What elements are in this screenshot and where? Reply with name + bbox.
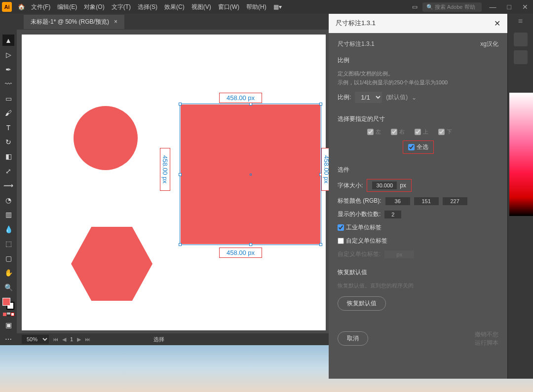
shape-builder-tool[interactable]: ◔ [2, 194, 14, 206]
chk-industrial[interactable]: 工业单位标签 [338, 223, 381, 232]
chevron-down-icon[interactable]: ⌄ [412, 94, 417, 101]
dialog-title: 尺寸标注1.3.1 [336, 19, 376, 28]
ratio-desc2: 示例，以1/4比例显示的250个单位显示为1000 [338, 78, 498, 87]
font-size-unit: px [400, 182, 406, 189]
footer-text1: 撤销不您 [383, 330, 498, 339]
menu-edit[interactable]: 编辑(E) [57, 3, 77, 11]
maximize-icon[interactable]: □ [504, 3, 514, 11]
edit-toolbar-icon[interactable]: ⋯ [2, 333, 14, 345]
dimension-label-top: 458.00 px [219, 93, 262, 103]
eyedropper-tool[interactable]: 💧 [2, 223, 14, 235]
chk-left[interactable]: 左 [367, 128, 381, 136]
fill-stroke-swatch[interactable] [2, 298, 14, 309]
handle[interactable] [319, 243, 322, 246]
ratio-label: 比例: [338, 93, 351, 102]
menu-window[interactable]: 窗口(W) [218, 3, 239, 11]
screen-mode-icon[interactable]: ▣ [2, 319, 14, 330]
toolbar: ▲ ▷ ✒ 〰 ▭ 🖌 T ↻ ◧ ⤢ ⟿ ◔ ▥ 💧 ⬚ ▢ ✋ 🔍 ▣ ⋯ [0, 30, 17, 345]
chk-all[interactable]: 全选 [408, 143, 428, 151]
workspace-switcher-icon[interactable]: ▦▾ [273, 3, 282, 10]
chk-right[interactable]: 右 [391, 128, 405, 136]
scale-tool[interactable]: ⤢ [2, 165, 14, 177]
rotate-tool[interactable]: ↻ [2, 136, 14, 147]
menu-file[interactable]: 文件(F) [31, 3, 50, 11]
paintbrush-tool[interactable]: 🖌 [2, 107, 14, 118]
close-icon[interactable]: ✕ [519, 3, 531, 11]
eraser-tool[interactable]: ◧ [2, 151, 14, 162]
home-icon[interactable]: 🏠 [18, 3, 25, 10]
color-g-input[interactable] [414, 197, 439, 205]
color-b-input[interactable] [443, 197, 467, 205]
width-tool[interactable]: ⟿ [2, 180, 14, 191]
hand-tool[interactable]: ✋ [2, 267, 14, 279]
cancel-button[interactable]: 取消 [338, 331, 368, 346]
zoom-tool[interactable]: 🔍 [2, 282, 14, 293]
zoom-select[interactable]: 50% [22, 335, 49, 344]
arrange-icon[interactable]: ▭ [412, 3, 418, 10]
reset-hint: 恢复默认值。直到您的程序关闭 [338, 282, 498, 290]
menu-view[interactable]: 视图(V) [191, 3, 211, 11]
nav-first-icon[interactable]: ⏮ [53, 336, 58, 342]
curvature-tool[interactable]: 〰 [2, 78, 14, 89]
decimals-input[interactable] [384, 211, 401, 218]
color-spectrum[interactable] [509, 93, 533, 216]
handle[interactable] [179, 103, 182, 106]
direct-selection-tool[interactable]: ▷ [2, 49, 14, 60]
status-mode: 选择 [153, 336, 164, 343]
dimension-label-left: 458.00 px [160, 148, 170, 191]
selection-tool[interactable]: ▲ [2, 35, 14, 46]
search-input[interactable]: 🔍 搜索 Adobe 帮助 [422, 2, 482, 12]
shape-circle[interactable] [74, 106, 138, 170]
section-options: 选件 [338, 166, 498, 174]
handle[interactable] [179, 173, 182, 176]
right-panel-rail: ≡ 35353 [507, 14, 533, 379]
center-point [250, 174, 252, 176]
artboard-tool[interactable]: ▢ [2, 252, 14, 264]
color-label: 标签颜色 (RGB): [338, 197, 381, 205]
chk-all-highlight: 全选 [403, 141, 434, 154]
nav-prev-icon[interactable]: ◀ [62, 336, 66, 343]
custom-unit-input [384, 250, 414, 258]
color-mode-swatch[interactable] [3, 313, 14, 316]
minimize-icon[interactable]: — [487, 3, 499, 11]
gradient-tool[interactable]: ▥ [2, 209, 14, 220]
nav-last-icon[interactable]: ⏭ [85, 336, 90, 342]
font-size-input[interactable] [372, 181, 397, 189]
dialog-subtitle: 尺寸标注1.3.1 [338, 40, 375, 48]
menubar: Ai 🏠 文件(F) 编辑(E) 对象(O) 文字(T) 选择(S) 效果(C)… [0, 0, 533, 14]
menu-select[interactable]: 选择(S) [138, 3, 157, 11]
document-tab[interactable]: 未标题-1* @ 50% (RGB/预览) × [24, 15, 124, 29]
handle[interactable] [319, 103, 322, 106]
blend-tool[interactable]: ⬚ [2, 238, 14, 249]
ratio-default: (默认值) [386, 93, 408, 102]
selection-bounding-box [180, 104, 321, 245]
section-reset: 恢复默认值 [338, 268, 498, 277]
nav-next-icon[interactable]: ▶ [77, 336, 81, 343]
ratio-select[interactable]: 1/1 [355, 92, 382, 103]
menu-effect[interactable]: 效果(C) [164, 3, 185, 11]
chk-top[interactable]: 上 [415, 128, 428, 136]
handle[interactable] [179, 243, 182, 246]
chk-custom[interactable]: 自定义单位标签 [338, 237, 387, 245]
color-r-input[interactable] [385, 197, 410, 205]
menu-help[interactable]: 帮助(H) [246, 3, 266, 11]
panel-icon[interactable] [514, 50, 528, 64]
dimension-dialog: 尺寸标注1.3.1 ✕ 尺寸标注1.3.1 xg汉化 比例 定义图稿/文档的比例… [329, 14, 507, 379]
dialog-close-icon[interactable]: ✕ [494, 19, 500, 28]
ratio-desc1: 定义图稿/文档的比例。 [338, 70, 498, 78]
rectangle-tool[interactable]: ▭ [2, 93, 14, 104]
tab-close-icon[interactable]: × [114, 18, 117, 25]
decimals-label: 显示的小数位数: [338, 210, 381, 218]
pen-tool[interactable]: ✒ [2, 64, 14, 75]
reset-button[interactable]: 恢复默认值 [338, 296, 386, 311]
handle[interactable] [249, 243, 252, 246]
menu-type[interactable]: 文字(T) [112, 3, 131, 11]
chk-bottom[interactable]: 下 [438, 128, 452, 136]
dialog-credit: xg汉化 [480, 40, 498, 48]
type-tool[interactable]: T [2, 122, 14, 133]
footer-text2: 运行脚本 [383, 339, 498, 347]
menu-object[interactable]: 对象(O) [84, 3, 104, 11]
panel-icon[interactable] [514, 33, 528, 46]
section-dims: 选择要指定的尺寸 [338, 115, 498, 123]
section-ratio: 比例 [338, 56, 498, 65]
